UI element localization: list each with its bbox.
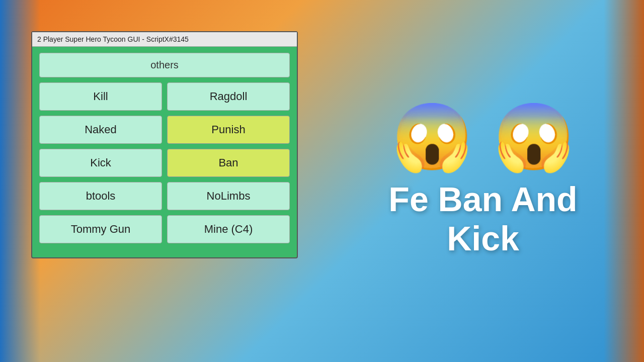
right-panel: 😱 😱 Fe Ban And Kick — [322, 0, 644, 362]
btools-button[interactable]: btools — [39, 182, 162, 210]
kill-button[interactable]: Kill — [39, 82, 162, 111]
gui-panel: 2 Player Super Hero Tycoon GUI - ScriptX… — [31, 31, 298, 258]
button-row-1: Kill Ragdoll — [39, 82, 290, 111]
gui-body: others Kill Ragdoll Naked Punish Kick Ba… — [32, 47, 297, 249]
ban-button[interactable]: Ban — [167, 149, 290, 177]
emoji-1: 😱 — [391, 104, 473, 169]
button-row-5: Tommy Gun Mine (C4) — [39, 215, 290, 243]
headline-line1: Fe Ban And — [388, 179, 577, 219]
gui-title: 2 Player Super Hero Tycoon GUI - ScriptX… — [32, 32, 297, 47]
nolimbs-button[interactable]: NoLimbs — [167, 182, 290, 210]
button-row-2: Naked Punish — [39, 116, 290, 144]
tommy-gun-button[interactable]: Tommy Gun — [39, 215, 162, 243]
naked-button[interactable]: Naked — [39, 116, 162, 144]
headline: Fe Ban And Kick — [388, 179, 577, 258]
mine-c4-button[interactable]: Mine (C4) — [167, 215, 290, 243]
emoji-2: 😱 — [493, 104, 575, 169]
headline-line2: Kick — [388, 219, 577, 258]
punish-button[interactable]: Punish — [167, 116, 290, 144]
kick-button[interactable]: Kick — [39, 149, 162, 177]
button-row-3: Kick Ban — [39, 149, 290, 177]
ragdoll-button[interactable]: Ragdoll — [167, 82, 290, 111]
emoji-row: 😱 😱 — [391, 104, 575, 169]
others-button[interactable]: others — [39, 53, 290, 77]
button-row-4: btools NoLimbs — [39, 182, 290, 210]
